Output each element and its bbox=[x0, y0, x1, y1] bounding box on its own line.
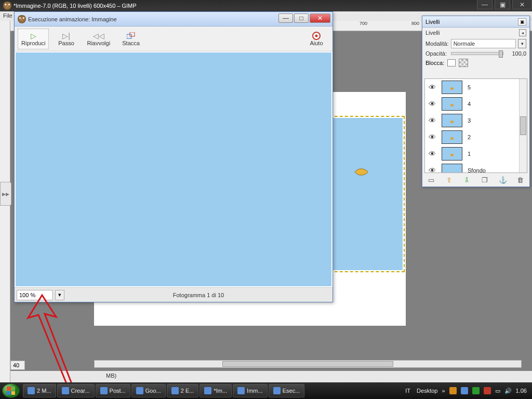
layers-panel-menu-button[interactable]: ◂ bbox=[519, 29, 526, 36]
zoom-dropdown-button[interactable]: ▾ bbox=[55, 290, 64, 300]
close-button[interactable]: ✕ bbox=[512, 0, 532, 9]
maximize-button[interactable]: ▣ bbox=[495, 0, 510, 9]
tray-icon[interactable] bbox=[449, 387, 457, 394]
app-icon bbox=[100, 387, 108, 394]
taskbar-app-button[interactable]: *Im... bbox=[200, 384, 232, 397]
layer-thumbnail bbox=[442, 114, 462, 127]
taskbar-app-button[interactable]: Crear... bbox=[57, 384, 95, 397]
horizontal-scrollbar[interactable] bbox=[94, 360, 522, 368]
visibility-eye-icon[interactable]: 👁 bbox=[428, 83, 436, 91]
system-tray[interactable]: IT Desktop » ▭ 🔊 1.06 bbox=[400, 387, 530, 394]
blend-mode-select[interactable]: Normale bbox=[451, 39, 516, 48]
layer-name-label[interactable]: 5 bbox=[468, 84, 471, 90]
tray-network-icon[interactable]: ▭ bbox=[495, 388, 500, 394]
dialog-maximize-button[interactable]: □ bbox=[294, 14, 309, 23]
gimp-logo-icon bbox=[3, 2, 11, 10]
lock-alpha-checkbox[interactable] bbox=[459, 59, 468, 67]
app-icon bbox=[237, 387, 245, 394]
show-desktop-button[interactable]: Desktop bbox=[417, 388, 437, 394]
layers-panel-close-button[interactable]: ▣ bbox=[518, 18, 526, 25]
play-button[interactable]: ▷ Riproduci bbox=[18, 29, 49, 49]
start-button[interactable] bbox=[2, 383, 20, 398]
tray-volume-icon[interactable]: 🔊 bbox=[504, 388, 512, 394]
taskbar-app-button[interactable]: Goo... bbox=[131, 384, 166, 397]
layer-thumbnail bbox=[442, 164, 462, 173]
tray-icon[interactable] bbox=[461, 387, 468, 394]
opacity-slider[interactable] bbox=[451, 52, 503, 55]
layer-thumbnail bbox=[442, 81, 462, 94]
menu-file[interactable]: File bbox=[3, 12, 12, 19]
language-indicator[interactable]: IT bbox=[403, 388, 413, 394]
lock-label: Blocca: bbox=[425, 60, 444, 66]
detach-label: Stacca bbox=[122, 40, 140, 46]
new-layer-button[interactable]: ▭ bbox=[427, 175, 436, 184]
tray-icon[interactable] bbox=[484, 387, 491, 394]
visibility-eye-icon[interactable]: 👁 bbox=[428, 150, 436, 158]
animation-toolbar: ▷ Riproduci ▷| Passo ◁◁ Riavvolgi Stacca… bbox=[15, 26, 332, 51]
layer-row[interactable]: 👁4 bbox=[425, 96, 527, 112]
taskbar-app-button[interactable]: Imm... bbox=[233, 384, 268, 397]
help-button[interactable]: Aiuto bbox=[303, 29, 329, 49]
windows-taskbar[interactable]: 2 M...Crear...Post...Goo...2 E...*Im...I… bbox=[0, 382, 532, 399]
opacity-row: Opacità: 100,0 bbox=[422, 49, 529, 58]
visibility-eye-icon[interactable]: 👁 bbox=[428, 100, 436, 108]
play-icon: ▷ bbox=[31, 32, 36, 40]
opacity-label: Opacità: bbox=[425, 50, 447, 57]
layer-name-label[interactable]: 3 bbox=[468, 117, 471, 124]
main-window-title: *Immagine-7.0 (RGB, 10 livelli) 600x450 … bbox=[14, 3, 137, 9]
taskbar-clock[interactable]: 1.06 bbox=[516, 388, 527, 394]
rewind-button[interactable]: ◁◁ Riavvolgi bbox=[83, 29, 114, 49]
visibility-eye-icon[interactable]: 👁 bbox=[428, 133, 436, 141]
duplicate-layer-button[interactable]: ❐ bbox=[480, 175, 489, 184]
step-button[interactable]: ▷| Passo bbox=[53, 29, 79, 49]
layers-panel: Livelli ▣ Livelli ◂ Modalità: Normale ▾ … bbox=[422, 16, 530, 187]
layers-panel-titlebar[interactable]: Livelli ▣ bbox=[422, 16, 529, 28]
layer-name-label[interactable]: Sfondo bbox=[468, 167, 486, 173]
taskbar-app-button[interactable]: 2 E... bbox=[167, 384, 199, 397]
layer-list-scrollbar[interactable] bbox=[519, 79, 527, 172]
zoom-input[interactable]: 100 % bbox=[17, 290, 53, 300]
app-icon bbox=[204, 387, 211, 394]
dialog-close-button[interactable]: ✕ bbox=[310, 14, 330, 23]
minimize-button[interactable]: — bbox=[477, 0, 493, 9]
blend-mode-dropdown-button[interactable]: ▾ bbox=[518, 39, 526, 48]
app-icon bbox=[273, 387, 281, 394]
layer-row[interactable]: 👁5 bbox=[425, 79, 527, 96]
opacity-value: 100,0 bbox=[508, 50, 526, 57]
layer-list[interactable]: 👁5👁4👁3👁2👁1👁Sfondo bbox=[424, 78, 527, 173]
tray-chevron-icon[interactable]: » bbox=[442, 388, 445, 394]
detach-button[interactable]: Stacca bbox=[118, 29, 144, 49]
raise-layer-button[interactable]: ⇧ bbox=[444, 175, 454, 184]
taskbar-app-button[interactable]: Post... bbox=[96, 384, 130, 397]
step-icon: ▷| bbox=[62, 32, 70, 40]
layer-name-label[interactable]: 2 bbox=[468, 134, 471, 140]
animation-dialog-titlebar[interactable]: Esecuzione animazione: Immagine — □ ✕ bbox=[15, 12, 332, 26]
ruler-tick: 800 bbox=[411, 21, 419, 26]
lock-row: Blocca: bbox=[422, 58, 529, 68]
window-controls: — ▣ ✕ bbox=[477, 0, 532, 9]
docked-toolbox-tab[interactable]: ▸▸ bbox=[0, 182, 11, 206]
visibility-eye-icon[interactable]: 👁 bbox=[428, 116, 436, 125]
layer-name-label[interactable]: 1 bbox=[468, 151, 471, 157]
lower-layer-button[interactable]: ⇩ bbox=[462, 175, 472, 184]
taskbar-app-button[interactable]: 2 M... bbox=[23, 384, 56, 397]
anchor-layer-button[interactable]: ⚓ bbox=[498, 175, 508, 184]
help-label: Aiuto bbox=[310, 40, 323, 46]
app-icon bbox=[62, 387, 69, 394]
layer-row[interactable]: 👁3 bbox=[425, 112, 527, 129]
layers-toolbar: ▭ ⇧ ⇩ ❐ ⚓ 🗑 bbox=[424, 174, 527, 185]
tray-icon[interactable] bbox=[472, 387, 480, 394]
taskbar-app-button[interactable]: Esec... bbox=[269, 384, 305, 397]
layer-thumbnail bbox=[442, 130, 462, 144]
layer-name-label[interactable]: 4 bbox=[468, 101, 471, 107]
rewind-label: Riavvolgi bbox=[87, 40, 110, 46]
layer-row[interactable]: 👁1 bbox=[425, 145, 527, 162]
layer-row[interactable]: 👁Sfondo bbox=[425, 162, 527, 173]
lock-pixels-checkbox[interactable] bbox=[447, 59, 456, 66]
delete-layer-button[interactable]: 🗑 bbox=[516, 175, 525, 184]
visibility-eye-icon[interactable]: 👁 bbox=[428, 166, 436, 173]
layer-thumbnail bbox=[442, 147, 462, 161]
dialog-minimize-button[interactable]: — bbox=[278, 14, 293, 23]
main-window-titlebar: *Immagine-7.0 (RGB, 10 livelli) 600x450 … bbox=[0, 0, 532, 11]
layer-row[interactable]: 👁2 bbox=[425, 129, 527, 145]
